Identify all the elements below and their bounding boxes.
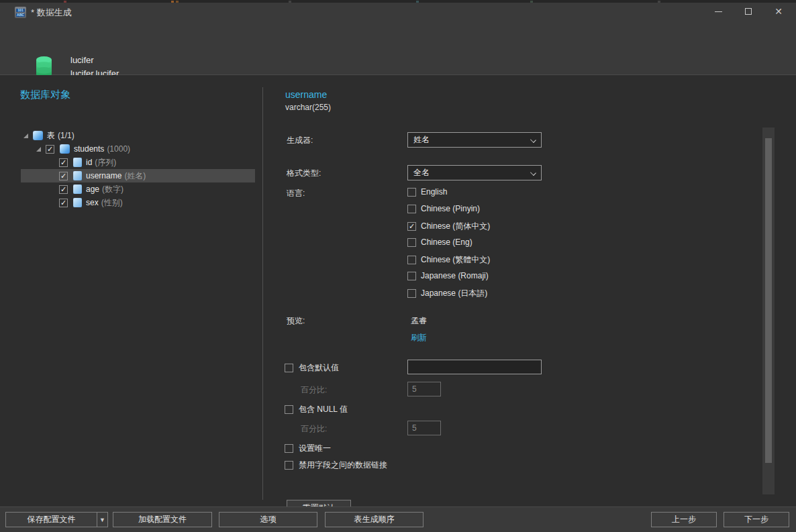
japanese-checkbox[interactable] bbox=[407, 289, 416, 298]
sex-checkbox[interactable] bbox=[59, 199, 68, 207]
language-option-chinese-simplified[interactable]: Chinese (简体中文) bbox=[407, 221, 490, 232]
set-unique-label: 设置唯一 bbox=[299, 443, 331, 454]
field-icon bbox=[73, 171, 82, 180]
field-icon bbox=[73, 198, 82, 207]
language-option-label: Chinese (简体中文) bbox=[421, 221, 490, 232]
tree-row-age[interactable]: age (数字) bbox=[21, 182, 255, 196]
default-value-input[interactable] bbox=[407, 360, 542, 374]
close-icon: ✕ bbox=[775, 7, 783, 16]
save-profile-dropdown-arrow[interactable]: ▼ bbox=[97, 512, 108, 527]
language-option-japanese-romaji[interactable]: Japanese (Romaji) bbox=[407, 271, 489, 280]
preview-label: 预览: bbox=[287, 315, 305, 327]
tree-suffix: (性别) bbox=[101, 197, 123, 209]
tree-label: 表 bbox=[47, 130, 55, 142]
null-percent-input[interactable]: 5 bbox=[407, 421, 441, 435]
expand-arrow-icon[interactable] bbox=[23, 134, 28, 138]
preview-value: 孟睿 bbox=[411, 315, 427, 327]
save-profile-button[interactable]: 保存配置文件 bbox=[5, 512, 97, 527]
tree-label: students bbox=[74, 144, 104, 154]
chinese-pinyin-checkbox[interactable] bbox=[407, 205, 416, 213]
language-option-label: Japanese (Romaji) bbox=[421, 271, 489, 280]
format-type-value: 全名 bbox=[413, 167, 430, 178]
generator-select[interactable]: 姓名 bbox=[407, 132, 542, 148]
age-checkbox[interactable] bbox=[59, 185, 68, 194]
language-label: 语言: bbox=[287, 188, 305, 199]
titlebar: 101 ABC * 数据生成 ✕ bbox=[0, 3, 796, 20]
tree-row-id[interactable]: id (序列) bbox=[21, 156, 255, 169]
table-group-icon bbox=[33, 131, 43, 140]
language-option-english[interactable]: English bbox=[407, 187, 447, 197]
format-type-select[interactable]: 全名 bbox=[407, 165, 542, 180]
tree-row-sex[interactable]: sex (性别) bbox=[21, 196, 255, 209]
minimize-button[interactable] bbox=[707, 3, 730, 20]
tree-label: age bbox=[86, 184, 99, 194]
language-option-label: Chinese (繁體中文) bbox=[421, 254, 490, 266]
include-null-option[interactable]: 包含 NULL 值 bbox=[285, 404, 348, 415]
minimize-icon bbox=[715, 11, 722, 12]
maximize-icon bbox=[745, 8, 752, 15]
left-panel-title: 数据库对象 bbox=[20, 89, 70, 101]
database-objects-tree: 表 (1/1) students (1000) id (序列) username bbox=[21, 129, 255, 209]
table-generation-order-button[interactable]: 表生成顺序 bbox=[325, 512, 424, 527]
default-percent-label: 百分比: bbox=[301, 384, 327, 396]
data-generation-app-icon: 101 ABC bbox=[15, 7, 26, 18]
set-unique-checkbox[interactable] bbox=[285, 444, 293, 453]
options-button[interactable]: 选项 bbox=[219, 512, 317, 527]
tree-label: username bbox=[86, 171, 121, 180]
expand-arrow-icon[interactable] bbox=[36, 147, 41, 152]
refresh-link[interactable]: 刷新 bbox=[411, 332, 427, 343]
english-checkbox[interactable] bbox=[407, 188, 416, 197]
disable-data-link-label: 禁用字段之间的数据链接 bbox=[299, 460, 387, 471]
tree-suffix: (1000) bbox=[107, 144, 130, 154]
main-area: 数据库对象 表 (1/1) students (1000) id (序列) bbox=[0, 75, 796, 507]
include-null-checkbox[interactable] bbox=[285, 405, 293, 414]
load-profile-button[interactable]: 加载配置文件 bbox=[113, 512, 212, 527]
language-option-chinese-pinyin[interactable]: Chinese (Pinyin) bbox=[407, 204, 480, 213]
panel-divider bbox=[262, 87, 263, 500]
table-icon bbox=[60, 144, 70, 154]
students-checkbox[interactable] bbox=[46, 145, 54, 154]
format-type-label: 格式类型: bbox=[287, 168, 321, 179]
language-option-label: Japanese (日本語) bbox=[421, 288, 487, 299]
language-option-chinese-eng[interactable]: Chinese (Eng) bbox=[407, 237, 472, 247]
tree-suffix: (姓名) bbox=[124, 170, 146, 182]
chinese-traditional-checkbox[interactable] bbox=[407, 256, 416, 264]
language-option-label: Chinese (Eng) bbox=[421, 237, 472, 247]
maximize-button[interactable] bbox=[737, 3, 760, 20]
language-option-chinese-traditional[interactable]: Chinese (繁體中文) bbox=[407, 254, 490, 266]
disable-data-link-checkbox[interactable] bbox=[285, 461, 293, 470]
chinese-simplified-checkbox[interactable] bbox=[407, 222, 416, 231]
include-default-label: 包含默认值 bbox=[299, 362, 339, 374]
tree-row-username[interactable]: username (姓名) bbox=[21, 169, 255, 182]
next-step-button[interactable]: 下一步 bbox=[724, 512, 789, 527]
bottom-toolbar: 保存配置文件 ▼ 加载配置文件 选项 表生成顺序 上一步 下一步 bbox=[0, 507, 796, 532]
close-button[interactable]: ✕ bbox=[767, 3, 790, 20]
window-title: * 数据生成 bbox=[31, 7, 72, 19]
language-option-label: Chinese (Pinyin) bbox=[421, 204, 480, 213]
default-percent-input[interactable]: 5 bbox=[407, 382, 441, 396]
data-generation-dialog: 101 ABC * 数据生成 ✕ lucifer lucifer.lucifer… bbox=[0, 0, 796, 532]
tree-row-tables[interactable]: 表 (1/1) bbox=[21, 129, 255, 142]
null-percent-label: 百分比: bbox=[301, 423, 327, 435]
language-option-japanese[interactable]: Japanese (日本語) bbox=[407, 288, 487, 299]
disable-data-link-option[interactable]: 禁用字段之间的数据链接 bbox=[285, 460, 387, 471]
selected-field-type: varchar(255) bbox=[285, 103, 331, 112]
chevron-down-icon bbox=[530, 137, 536, 143]
chinese-eng-checkbox[interactable] bbox=[407, 238, 416, 247]
generator-value: 姓名 bbox=[413, 134, 430, 146]
include-default-checkbox[interactable] bbox=[285, 364, 293, 372]
scrollbar-thumb[interactable] bbox=[765, 138, 772, 463]
include-default-option[interactable]: 包含默认值 bbox=[285, 362, 339, 374]
generator-label: 生成器: bbox=[287, 135, 313, 146]
username-checkbox[interactable] bbox=[59, 172, 68, 180]
id-checkbox[interactable] bbox=[59, 158, 68, 167]
tree-suffix: (序列) bbox=[95, 157, 116, 168]
language-option-label: English bbox=[421, 187, 447, 197]
selected-field-name: username bbox=[285, 89, 327, 100]
connection-header: lucifer lucifer.lucifer bbox=[0, 20, 796, 75]
tree-row-students[interactable]: students (1000) bbox=[21, 142, 255, 156]
right-panel-scrollbar[interactable] bbox=[762, 127, 775, 494]
set-unique-option[interactable]: 设置唯一 bbox=[285, 443, 331, 454]
japanese-romaji-checkbox[interactable] bbox=[407, 272, 416, 280]
previous-step-button[interactable]: 上一步 bbox=[651, 512, 717, 527]
